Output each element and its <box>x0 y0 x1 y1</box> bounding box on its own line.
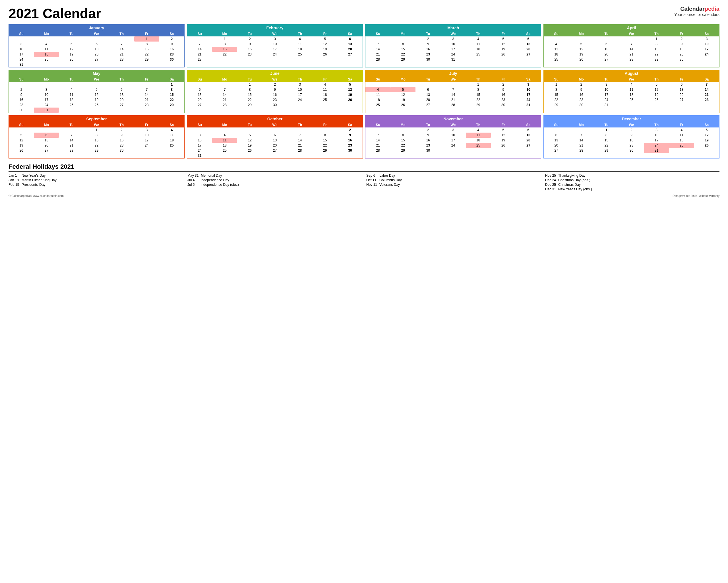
calendar-day: 11 <box>59 92 84 97</box>
holiday-item: Jan 1New Year's Day <box>8 173 183 178</box>
calendar-day <box>287 102 313 107</box>
weekday-header-fr: Fr <box>313 122 338 127</box>
weekday-header-tu: Tu <box>415 122 441 127</box>
calendar-day <box>569 127 594 133</box>
calendar-day: 23 <box>619 143 644 148</box>
calendar-day: 9 <box>491 87 516 92</box>
calendar-day: 18 <box>313 92 338 97</box>
calendar-day: 11 <box>544 47 569 52</box>
calendar-day: 12 <box>491 42 516 47</box>
weekday-header-su: Su <box>187 31 212 36</box>
weekday-header-fr: Fr <box>491 77 516 82</box>
calendar-day: 2 <box>491 82 516 87</box>
calendar-day: 6 <box>669 82 694 87</box>
weekday-header-sa: Sa <box>338 122 363 127</box>
calendar-day: 18 <box>34 52 59 57</box>
calendar-day <box>59 36 84 42</box>
calendar-day: 20 <box>594 52 619 57</box>
weekday-header-we: We <box>441 31 466 36</box>
calendar-day: 8 <box>594 133 619 138</box>
weekday-header-tu: Tu <box>594 77 619 82</box>
calendar-day: 14 <box>569 138 594 143</box>
calendar-day: 15 <box>159 92 184 97</box>
calendar-day: 5 <box>644 82 669 87</box>
calendar-day: 9 <box>237 42 262 47</box>
weekday-header-fr: Fr <box>491 122 516 127</box>
calendar-day <box>287 57 313 62</box>
calendar-day: 21 <box>59 143 84 148</box>
calendar-day: 20 <box>84 52 109 57</box>
calendar-day: 3 <box>644 127 669 133</box>
calendar-day: 13 <box>109 92 134 97</box>
weekday-header-su: Su <box>187 77 212 82</box>
calendar-day: 29 <box>544 102 569 107</box>
calendar-day: 14 <box>619 47 644 52</box>
weekday-header-su: Su <box>365 77 390 82</box>
calendar-day <box>237 153 262 158</box>
weekday-header-th: Th <box>466 77 491 82</box>
calendar-day: 10 <box>441 133 466 138</box>
calendar-day: 25 <box>159 143 184 148</box>
calendar-day: 9 <box>338 133 363 138</box>
weekday-header-we: We <box>262 122 287 127</box>
weekday-header-su: Su <box>9 77 34 82</box>
calendar-day <box>262 127 287 133</box>
calendar-day: 5 <box>694 127 719 133</box>
calendar-day: 28 <box>187 57 212 62</box>
calendar-day: 11 <box>365 92 390 97</box>
calendar-day: 27 <box>516 52 541 57</box>
holiday-name: Independence Day <box>201 178 229 182</box>
calendar-day: 2 <box>262 82 287 87</box>
calendar-day: 24 <box>34 102 59 107</box>
calendar-day: 2 <box>9 87 34 92</box>
month-sep: SeptemberSuMoTuWeThFrSa12345678910111213… <box>8 115 185 158</box>
weekday-header-th: Th <box>109 31 134 36</box>
calendar-day <box>9 36 34 42</box>
calendar-day: 9 <box>569 87 594 92</box>
calendar-day: 13 <box>338 42 363 47</box>
weekday-header-tu: Tu <box>237 77 262 82</box>
month-header-oct: October <box>187 116 363 122</box>
calendar-day: 15 <box>544 92 569 97</box>
calendar-day: 13 <box>415 92 441 97</box>
calendar-day <box>313 102 338 107</box>
calendar-day: 20 <box>544 143 569 148</box>
calendar-day: 13 <box>516 133 541 138</box>
calendar-day: 17 <box>644 138 669 143</box>
calendar-day: 25 <box>466 143 491 148</box>
calendar-day: 31 <box>644 148 669 153</box>
holidays-title: Federal Holidays 2021 <box>8 163 720 172</box>
calendar-day: 26 <box>84 102 109 107</box>
holidays-grid: Jan 1New Year's DayJan 18Martin Luther K… <box>8 173 720 192</box>
calendar-day: 13 <box>262 138 287 143</box>
month-header-jul: July <box>365 70 541 77</box>
weekday-header-we: We <box>262 77 287 82</box>
weekday-header-we: We <box>84 122 109 127</box>
calendar-day: 29 <box>134 57 159 62</box>
calendar-day: 25 <box>313 97 338 102</box>
weekday-header-su: Su <box>187 122 212 127</box>
weekday-header-fr: Fr <box>491 31 516 36</box>
calendar-day: 11 <box>619 87 644 92</box>
month-header-jan: January <box>9 24 184 31</box>
calendar-day: 29 <box>237 102 262 107</box>
calendar-day: 25 <box>212 148 237 153</box>
holiday-item: Nov 11Veterans Day <box>366 182 541 187</box>
holiday-date: Jul 5 <box>187 183 198 187</box>
calendar-day: 9 <box>619 133 644 138</box>
calendar-day: 3 <box>516 82 541 87</box>
calendar-day: 30 <box>569 102 594 107</box>
calendar-day: 11 <box>212 138 237 143</box>
calendar-day: 11 <box>34 47 59 52</box>
calendar-day <box>365 82 390 87</box>
calendar-day: 10 <box>644 133 669 138</box>
calendar-day: 27 <box>338 52 363 57</box>
calendar-day: 23 <box>338 143 363 148</box>
calendar-day: 11 <box>669 133 694 138</box>
calendar-day: 27 <box>415 102 441 107</box>
calendar-day: 16 <box>159 47 184 52</box>
calendar-day <box>516 148 541 153</box>
calendar-day: 18 <box>287 47 313 52</box>
calendar-day: 18 <box>669 138 694 143</box>
calendar-day: 27 <box>187 102 212 107</box>
